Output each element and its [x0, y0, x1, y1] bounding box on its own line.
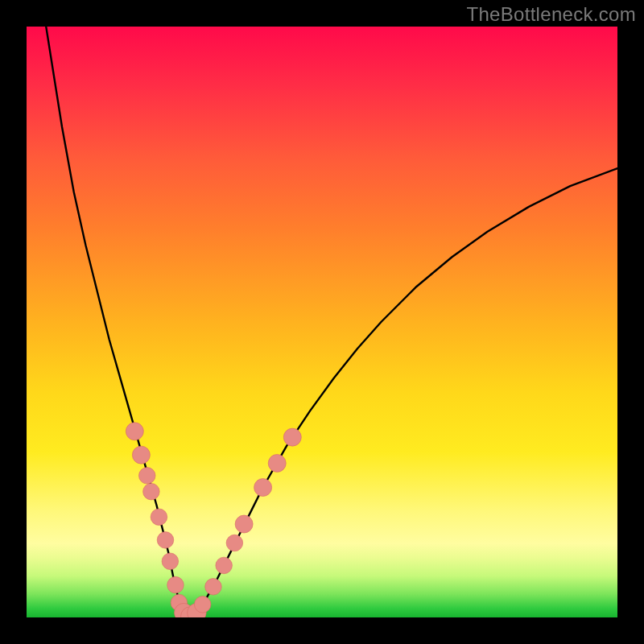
bead-18 — [268, 454, 286, 472]
bead-5 — [157, 532, 174, 549]
bead-17 — [254, 479, 272, 497]
bead-15 — [226, 535, 243, 551]
bead-7 — [167, 576, 184, 593]
bead-3 — [143, 483, 160, 500]
plot-area — [27, 27, 617, 617]
bead-16 — [235, 515, 253, 533]
bead-2 — [138, 468, 155, 485]
curve-bottleneck-curve — [46, 27, 617, 617]
watermark-text: TheBottleneck.com — [466, 3, 636, 26]
bead-4 — [151, 509, 167, 526]
chart-svg — [27, 27, 617, 617]
bead-1 — [132, 446, 150, 464]
bead-0 — [126, 423, 143, 440]
chart-container: TheBottleneck.com — [0, 0, 644, 644]
bead-6 — [162, 553, 179, 570]
bead-14 — [216, 557, 233, 574]
bead-13 — [205, 579, 222, 596]
bead-12 — [194, 597, 211, 613]
bead-19 — [283, 428, 301, 446]
